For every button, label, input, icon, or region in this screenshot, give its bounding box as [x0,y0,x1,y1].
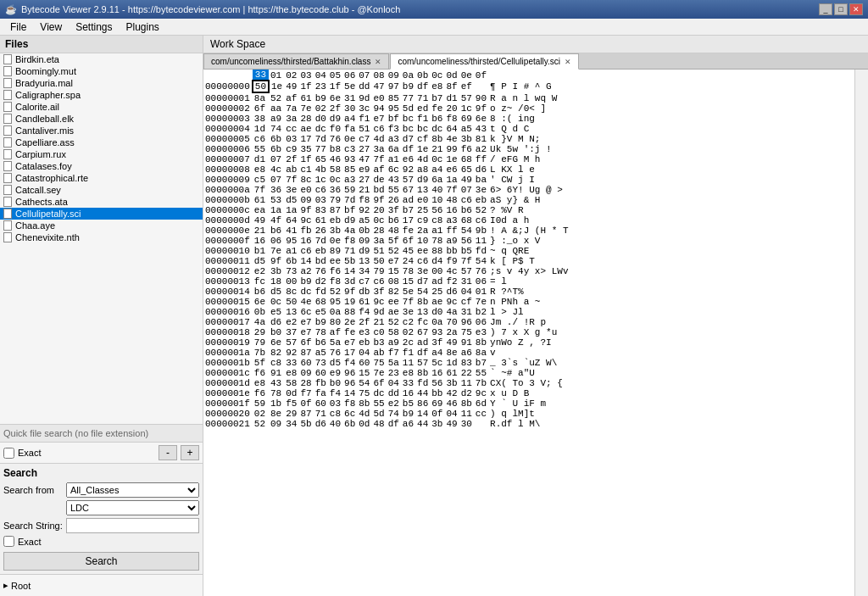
hex-cell[interactable]: 44 [415,388,430,398]
hex-cell[interactable]: 5d [401,103,415,114]
hex-cell[interactable]: ff [444,226,459,236]
hex-cell[interactable]: 8b [415,297,430,307]
hex-cell[interactable]: bd [371,185,386,195]
hex-cell[interactable]: a3 [342,175,357,185]
hex-cell[interactable]: f8 [342,398,357,409]
hex-cell[interactable]: 68 [459,215,474,226]
hex-cell[interactable]: 9f [342,287,357,297]
hex-cell[interactable]: b7 [401,205,415,215]
hex-cell[interactable]: 60 [357,358,371,368]
hex-cell[interactable]: 6c [298,307,313,317]
hex-cell[interactable]: 40 [328,419,342,429]
hex-cell[interactable]: 9f [371,195,386,205]
hex-cell[interactable]: 71 [415,92,430,103]
hex-cell[interactable]: 58 [328,164,342,175]
hex-cell[interactable]: 8f [444,81,459,92]
hex-cell[interactable]: 06 [474,317,488,327]
hex-cell[interactable]: 37 [284,327,298,337]
hex-cell[interactable]: 18 [269,276,284,287]
hex-cell[interactable]: 61 [298,92,313,103]
hex-cell[interactable]: 00 [430,266,444,276]
hex-cell[interactable]: 71 [314,409,328,419]
hex-cell[interactable]: 7f [284,175,298,185]
hex-cell[interactable]: bd [314,256,328,266]
close-button[interactable]: ✕ [849,3,863,15]
hex-cell[interactable]: 52 [474,205,488,215]
hex-cell[interactable]: 4a [253,317,269,327]
hex-cell[interactable]: 8b [459,398,474,409]
hex-cell[interactable]: 10 [430,195,444,205]
hex-cell[interactable]: b0 [328,378,342,388]
hex-cell[interactable]: 7f [401,297,415,307]
hex-cell[interactable]: 40 [430,185,444,195]
hex-cell[interactable]: b5 [401,398,415,409]
hex-cell[interactable]: 3f [430,337,444,348]
hex-cell[interactable]: 8e [444,348,459,358]
hex-cell[interactable]: 54 [459,226,474,236]
hex-cell[interactable]: 8c [298,175,313,185]
hex-cell[interactable]: 45 [401,246,415,256]
hex-cell[interactable]: 4d [371,134,386,144]
hex-cell[interactable]: 0e [328,236,342,246]
hex-cell[interactable]: 61 [314,215,328,226]
hex-cell[interactable]: 86 [415,398,430,409]
hex-cell[interactable]: 47 [371,81,386,92]
hex-cell[interactable]: e8 [284,368,298,378]
hex-cell[interactable]: 8e [269,409,284,419]
hex-cell[interactable]: 2f [357,317,371,327]
hex-cell[interactable]: d0 [430,307,444,317]
hex-cell[interactable]: 5f [387,236,401,246]
hex-cell[interactable]: e8 [430,81,444,92]
hex-cell[interactable]: 88 [430,246,444,256]
menu-settings[interactable]: Settings [69,19,119,35]
file-item[interactable]: Calorite.ail [0,101,203,113]
hex-cell[interactable]: 0c [328,175,342,185]
hex-cell[interactable]: ee [328,256,342,266]
hex-cell[interactable]: 60 [314,368,328,378]
hex-cell[interactable]: d9 [415,175,430,185]
hex-cell[interactable]: 0e [342,134,357,144]
hex-cell[interactable]: 69 [430,398,444,409]
hex-cell[interactable]: 92 [284,348,298,358]
hex-cell[interactable]: d6 [474,164,488,175]
hex-cell[interactable]: d7 [415,276,430,287]
hex-cell[interactable]: 25 [415,205,430,215]
hex-cell[interactable]: a4 [342,114,357,124]
hex-cell[interactable]: 00 [284,276,298,287]
hex-cell[interactable]: 13 [284,307,298,317]
hex-cell[interactable]: fb [314,378,328,388]
hex-cell[interactable]: c7 [357,276,371,287]
hex-cell[interactable]: 0b [253,307,269,317]
hex-cell[interactable]: 78 [269,388,284,398]
hex-cell[interactable]: b6 [314,337,328,348]
hex-cell[interactable]: 27 [357,144,371,154]
hex-cell[interactable]: 2a [444,327,459,337]
hex-cell[interactable]: 93 [342,154,357,164]
hex-cell[interactable]: e0 [415,195,430,205]
hex-cell[interactable]: a2 [474,144,488,154]
hex-cell[interactable]: a8 [415,164,430,175]
hex-cell[interactable]: 7e [269,246,284,256]
hex-cell[interactable]: 4c [444,266,459,276]
hex-cell[interactable]: 14 [415,409,430,419]
hex-cell[interactable]: 43 [387,175,401,185]
hex-cell[interactable]: f3 [387,124,401,134]
hex-cell[interactable]: 76 [328,134,342,144]
hex-cell[interactable]: c6 [371,124,386,134]
hex-cell[interactable]: ee [387,297,401,307]
hex-cell[interactable]: 96 [342,368,357,378]
hex-cell[interactable]: 8b [474,337,488,348]
search-string-input[interactable] [66,518,199,533]
tab-cellulipetally-close[interactable]: ✕ [565,58,571,66]
file-item[interactable]: Cantaliver.mis [0,125,203,136]
hex-cell[interactable]: 74 [387,409,401,419]
hex-cell[interactable]: d9 [328,114,342,124]
hex-cell[interactable]: 59 [253,398,269,409]
hex-cell[interactable]: d6 [314,419,328,429]
hex-cell[interactable]: 0a [430,317,444,327]
hex-cell[interactable]: f9 [444,256,459,266]
hex-cell[interactable]: 6b [342,419,357,429]
hex-cell[interactable]: 36 [328,185,342,195]
hex-cell[interactable]: 30 [459,419,474,429]
hex-cell[interactable]: cc [474,409,488,419]
